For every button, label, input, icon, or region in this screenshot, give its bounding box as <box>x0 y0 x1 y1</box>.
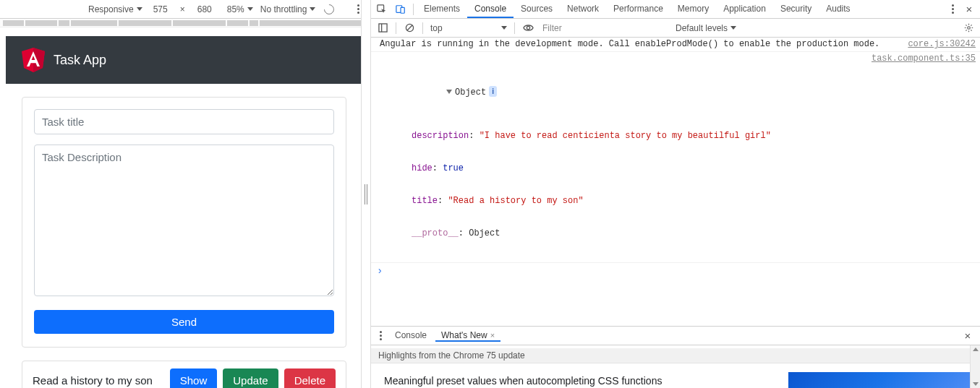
devtools-main-toolbar: Elements Console Sources Network Perform… <box>371 0 980 19</box>
send-button[interactable]: Send <box>34 310 334 334</box>
drawer-tab-whats-new[interactable]: What's New × <box>435 330 500 342</box>
tab-performance[interactable]: Performance <box>606 0 670 18</box>
log-entry: Angular is running in the development mo… <box>371 38 980 52</box>
device-mode-label: Responsive <box>88 4 134 14</box>
svg-point-10 <box>967 27 970 30</box>
console-sidebar-toggle-icon[interactable] <box>375 21 390 35</box>
log-source-link[interactable]: task.component.ts:35 <box>872 53 976 261</box>
viewport-height-input[interactable] <box>191 4 218 15</box>
prop-key: title <box>412 196 438 206</box>
rotate-icon[interactable] <box>323 2 337 17</box>
drawer-close-icon[interactable]: × <box>960 330 976 341</box>
live-expression-icon[interactable] <box>521 21 535 35</box>
prop-key: __proto__ <box>412 228 459 238</box>
inspect-element-icon[interactable] <box>372 0 391 19</box>
devtools-menu-icon[interactable] <box>947 1 958 17</box>
throttling-dropdown[interactable]: No throttling <box>260 4 316 14</box>
task-row-title: Read a history to my son <box>33 374 164 387</box>
app-title: Task App <box>54 53 106 68</box>
tab-security[interactable]: Security <box>773 0 819 18</box>
task-description-input[interactable] <box>34 145 334 296</box>
console-filter-input[interactable] <box>541 22 664 34</box>
devtools-drawer: Console What's New × × Highlights from t… <box>371 327 980 388</box>
svg-line-8 <box>406 25 412 30</box>
tab-application[interactable]: Application <box>716 0 773 18</box>
tab-console[interactable]: Console <box>467 0 514 18</box>
throttling-label: No throttling <box>260 4 307 14</box>
log-entry: Objecti description: "I have to read cen… <box>371 52 980 262</box>
scroll-up-icon[interactable] <box>973 348 979 351</box>
devtools-pane: Elements Console Sources Network Perform… <box>371 0 980 388</box>
toggle-device-icon[interactable] <box>391 0 410 19</box>
drawer-scrollbar[interactable] <box>970 345 980 388</box>
log-levels-dropdown[interactable]: Default levels <box>676 23 736 33</box>
svg-point-9 <box>527 26 529 29</box>
task-title-input[interactable] <box>34 109 334 134</box>
object-label: Object <box>455 87 486 98</box>
log-levels-label: Default levels <box>676 23 728 33</box>
task-row-actions: Show Update Delete <box>170 368 336 388</box>
zoom-label: 85% <box>227 4 244 14</box>
tab-memory[interactable]: Memory <box>670 0 716 18</box>
drawer-tab-console[interactable]: Console <box>389 330 433 342</box>
prop-value: Object <box>469 228 500 238</box>
task-row: Read a history to my son Show Update Del… <box>22 361 346 388</box>
pane-splitter[interactable] <box>361 0 371 388</box>
device-toolbar: Responsive × 85% No throttling <box>0 0 368 19</box>
drawer-menu-icon[interactable] <box>375 328 386 343</box>
scroll-down-icon[interactable] <box>973 382 979 386</box>
update-button[interactable]: Update <box>223 368 278 388</box>
whats-new-subtitle: Highlights from the Chrome 75 update <box>371 348 980 363</box>
angular-logo-icon <box>22 48 45 72</box>
show-button[interactable]: Show <box>170 368 218 388</box>
prop-key: description <box>412 131 469 141</box>
execution-context-dropdown[interactable]: top <box>429 23 508 33</box>
whats-new-thumbnail <box>788 372 973 388</box>
devtools-close-icon[interactable]: × <box>961 4 977 14</box>
log-object: Objecti description: "I have to read cen… <box>380 53 863 261</box>
angular-app: Task App Send Read a history to my son S… <box>6 36 362 388</box>
whats-new-headline: Meaningful preset values when autocomple… <box>384 375 778 387</box>
info-badge-icon[interactable]: i <box>489 86 497 97</box>
console-toolbar: top Default levels <box>371 19 980 38</box>
tab-sources[interactable]: Sources <box>514 0 560 18</box>
dimension-separator: × <box>180 4 185 14</box>
devtools-tabs: Elements Console Sources Network Perform… <box>417 0 858 18</box>
prop-value: "Read a history to my son" <box>448 196 583 206</box>
tab-audits[interactable]: Audits <box>819 0 857 18</box>
tab-close-icon[interactable]: × <box>490 331 495 340</box>
console-output[interactable]: Angular is running in the development mo… <box>371 38 980 327</box>
prop-key: hide <box>412 163 433 173</box>
console-settings-icon[interactable] <box>961 21 976 35</box>
emulated-viewport: Task App Send Read a history to my son S… <box>6 36 362 388</box>
console-prompt[interactable] <box>371 263 980 279</box>
drawer-body: Highlights from the Chrome 75 update Mea… <box>371 345 980 388</box>
prop-value: true <box>443 163 464 173</box>
viewport-width-input[interactable] <box>147 4 174 15</box>
task-form-card: Send <box>22 97 346 348</box>
svg-rect-5 <box>378 24 386 32</box>
drawer-tabs: Console What's New × × <box>371 327 980 345</box>
tab-network[interactable]: Network <box>560 0 606 18</box>
device-emulator-pane: Responsive × 85% No throttling <box>0 0 368 388</box>
device-mode-dropdown[interactable]: Responsive <box>88 4 142 14</box>
whats-new-item[interactable]: Meaningful preset values when autocomple… <box>371 363 980 388</box>
log-message: Angular is running in the development mo… <box>380 39 899 50</box>
app-header: Task App <box>6 36 362 84</box>
delete-button[interactable]: Delete <box>284 368 336 388</box>
zoom-dropdown[interactable]: 85% <box>227 4 253 14</box>
prop-value: "I have to read centicienta story to my … <box>480 131 771 141</box>
tab-elements[interactable]: Elements <box>417 0 467 18</box>
svg-rect-4 <box>401 7 404 13</box>
responsive-ruler[interactable] <box>0 19 368 27</box>
drawer-tab-label: What's New <box>441 330 487 340</box>
log-source-link[interactable]: core.js:30242 <box>908 39 976 50</box>
execution-context-label: top <box>430 23 443 33</box>
clear-console-icon[interactable] <box>402 21 417 35</box>
disclosure-triangle-icon[interactable] <box>446 90 452 94</box>
